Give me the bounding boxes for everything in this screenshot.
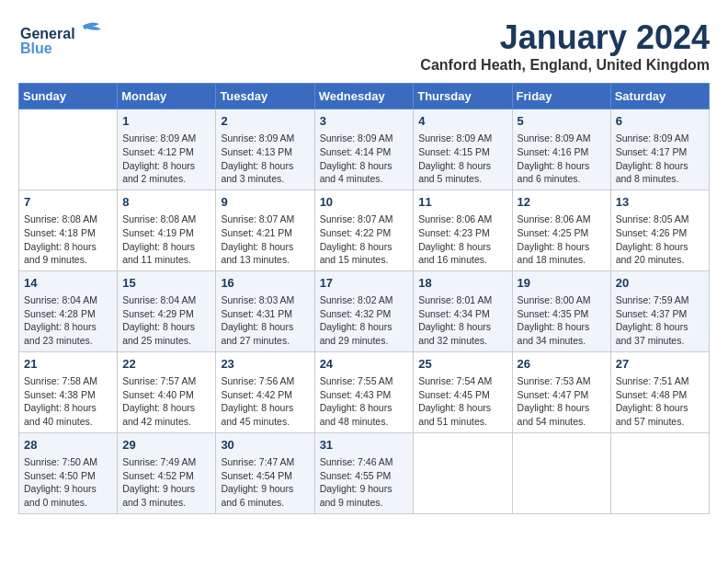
day-info: Sunrise: 7:47 AM Sunset: 4:54 PM Dayligh…	[221, 455, 309, 510]
day-cell: 13Sunrise: 8:05 AM Sunset: 4:26 PM Dayli…	[610, 190, 709, 270]
day-info: Sunrise: 7:59 AM Sunset: 4:37 PM Dayligh…	[616, 293, 704, 348]
day-number: 13	[616, 194, 704, 211]
day-cell	[414, 432, 512, 513]
day-info: Sunrise: 8:08 AM Sunset: 4:19 PM Dayligh…	[122, 213, 210, 267]
week-row-4: 21Sunrise: 7:58 AM Sunset: 4:38 PM Dayli…	[19, 351, 710, 432]
header-cell-wednesday: Wednesday	[314, 84, 414, 109]
day-info: Sunrise: 8:05 AM Sunset: 4:26 PM Dayligh…	[616, 213, 704, 267]
logo: General Blue	[18, 18, 119, 57]
day-number: 26	[518, 356, 606, 373]
day-number: 30	[221, 437, 309, 454]
header-cell-friday: Friday	[512, 84, 610, 109]
svg-text:Blue: Blue	[20, 40, 52, 56]
day-cell: 15Sunrise: 8:04 AM Sunset: 4:29 PM Dayli…	[118, 270, 216, 351]
day-number: 3	[320, 113, 409, 130]
day-info: Sunrise: 7:50 AM Sunset: 4:50 PM Dayligh…	[24, 455, 112, 510]
day-info: Sunrise: 8:09 AM Sunset: 4:17 PM Dayligh…	[616, 132, 704, 186]
day-cell: 5Sunrise: 8:09 AM Sunset: 4:16 PM Daylig…	[512, 109, 610, 190]
day-cell	[512, 432, 610, 513]
page-header: General Blue January 2024 Canford Heath,…	[18, 18, 710, 74]
day-number: 4	[418, 113, 506, 130]
day-info: Sunrise: 8:08 AM Sunset: 4:18 PM Dayligh…	[24, 213, 112, 267]
day-number: 27	[616, 356, 704, 373]
header-cell-sunday: Sunday	[19, 84, 118, 109]
day-number: 14	[24, 275, 112, 292]
day-info: Sunrise: 7:57 AM Sunset: 4:40 PM Dayligh…	[122, 374, 210, 429]
day-cell: 24Sunrise: 7:55 AM Sunset: 4:43 PM Dayli…	[314, 351, 414, 432]
day-number: 5	[518, 113, 606, 130]
location: Canford Heath, England, United Kingdom	[420, 57, 710, 74]
week-row-5: 28Sunrise: 7:50 AM Sunset: 4:50 PM Dayli…	[19, 432, 710, 513]
day-info: Sunrise: 8:09 AM Sunset: 4:16 PM Dayligh…	[518, 132, 606, 186]
day-info: Sunrise: 8:09 AM Sunset: 4:13 PM Dayligh…	[221, 132, 309, 186]
day-info: Sunrise: 8:00 AM Sunset: 4:35 PM Dayligh…	[518, 293, 606, 348]
day-info: Sunrise: 8:03 AM Sunset: 4:31 PM Dayligh…	[221, 293, 309, 348]
week-row-3: 14Sunrise: 8:04 AM Sunset: 4:28 PM Dayli…	[19, 270, 710, 351]
calendar-table: SundayMondayTuesdayWednesdayThursdayFrid…	[18, 83, 710, 514]
day-cell: 9Sunrise: 8:07 AM Sunset: 4:21 PM Daylig…	[216, 190, 314, 270]
day-number: 7	[24, 194, 112, 211]
day-cell: 28Sunrise: 7:50 AM Sunset: 4:50 PM Dayli…	[19, 432, 118, 513]
day-number: 31	[320, 437, 409, 454]
day-number: 9	[221, 194, 309, 211]
day-info: Sunrise: 8:06 AM Sunset: 4:25 PM Dayligh…	[518, 213, 606, 267]
day-cell: 11Sunrise: 8:06 AM Sunset: 4:23 PM Dayli…	[414, 190, 512, 270]
day-cell: 23Sunrise: 7:56 AM Sunset: 4:42 PM Dayli…	[216, 351, 314, 432]
day-info: Sunrise: 7:56 AM Sunset: 4:42 PM Dayligh…	[221, 374, 309, 429]
header-cell-saturday: Saturday	[610, 84, 709, 109]
day-info: Sunrise: 8:06 AM Sunset: 4:23 PM Dayligh…	[418, 213, 506, 267]
day-cell: 8Sunrise: 8:08 AM Sunset: 4:19 PM Daylig…	[118, 190, 216, 270]
header-row: SundayMondayTuesdayWednesdayThursdayFrid…	[19, 84, 710, 109]
day-cell: 31Sunrise: 7:46 AM Sunset: 4:55 PM Dayli…	[314, 432, 414, 513]
day-number: 1	[122, 113, 210, 130]
day-cell: 22Sunrise: 7:57 AM Sunset: 4:40 PM Dayli…	[118, 351, 216, 432]
day-number: 2	[221, 113, 309, 130]
day-number: 22	[122, 356, 210, 373]
day-cell: 21Sunrise: 7:58 AM Sunset: 4:38 PM Dayli…	[19, 351, 118, 432]
day-cell: 10Sunrise: 8:07 AM Sunset: 4:22 PM Dayli…	[314, 190, 414, 270]
day-info: Sunrise: 8:09 AM Sunset: 4:15 PM Dayligh…	[418, 132, 506, 186]
day-cell: 20Sunrise: 7:59 AM Sunset: 4:37 PM Dayli…	[610, 270, 709, 351]
day-info: Sunrise: 8:09 AM Sunset: 4:14 PM Dayligh…	[320, 132, 409, 186]
day-info: Sunrise: 8:01 AM Sunset: 4:34 PM Dayligh…	[418, 293, 506, 348]
svg-text:General: General	[20, 26, 75, 41]
logo-svg: General Blue	[18, 18, 119, 57]
header-cell-thursday: Thursday	[414, 84, 512, 109]
day-number: 20	[616, 275, 704, 292]
week-row-2: 7Sunrise: 8:08 AM Sunset: 4:18 PM Daylig…	[19, 190, 710, 270]
day-cell: 29Sunrise: 7:49 AM Sunset: 4:52 PM Dayli…	[118, 432, 216, 513]
header-cell-tuesday: Tuesday	[216, 84, 314, 109]
day-cell: 6Sunrise: 8:09 AM Sunset: 4:17 PM Daylig…	[610, 109, 709, 190]
day-cell: 19Sunrise: 8:00 AM Sunset: 4:35 PM Dayli…	[512, 270, 610, 351]
day-info: Sunrise: 7:49 AM Sunset: 4:52 PM Dayligh…	[122, 455, 210, 510]
day-cell: 4Sunrise: 8:09 AM Sunset: 4:15 PM Daylig…	[414, 109, 512, 190]
day-cell: 3Sunrise: 8:09 AM Sunset: 4:14 PM Daylig…	[314, 109, 414, 190]
day-cell: 16Sunrise: 8:03 AM Sunset: 4:31 PM Dayli…	[216, 270, 314, 351]
day-info: Sunrise: 8:09 AM Sunset: 4:12 PM Dayligh…	[122, 132, 210, 186]
day-number: 23	[221, 356, 309, 373]
day-info: Sunrise: 7:58 AM Sunset: 4:38 PM Dayligh…	[24, 374, 112, 429]
day-number: 6	[616, 113, 704, 130]
day-cell: 2Sunrise: 8:09 AM Sunset: 4:13 PM Daylig…	[216, 109, 314, 190]
day-number: 28	[24, 437, 112, 454]
day-number: 19	[518, 275, 606, 292]
day-cell: 14Sunrise: 8:04 AM Sunset: 4:28 PM Dayli…	[19, 270, 118, 351]
week-row-1: 1Sunrise: 8:09 AM Sunset: 4:12 PM Daylig…	[19, 109, 710, 190]
day-cell: 18Sunrise: 8:01 AM Sunset: 4:34 PM Dayli…	[414, 270, 512, 351]
day-number: 18	[418, 275, 506, 292]
day-number: 11	[418, 194, 506, 211]
day-info: Sunrise: 7:53 AM Sunset: 4:47 PM Dayligh…	[518, 374, 606, 429]
day-info: Sunrise: 8:07 AM Sunset: 4:22 PM Dayligh…	[320, 213, 409, 267]
month-title: January 2024	[420, 18, 710, 57]
day-number: 25	[418, 356, 506, 373]
day-number: 8	[122, 194, 210, 211]
day-cell: 17Sunrise: 8:02 AM Sunset: 4:32 PM Dayli…	[314, 270, 414, 351]
title-block: January 2024 Canford Heath, England, Uni…	[420, 18, 710, 74]
day-cell: 30Sunrise: 7:47 AM Sunset: 4:54 PM Dayli…	[216, 432, 314, 513]
day-cell: 27Sunrise: 7:51 AM Sunset: 4:48 PM Dayli…	[610, 351, 709, 432]
day-info: Sunrise: 8:02 AM Sunset: 4:32 PM Dayligh…	[320, 293, 409, 348]
day-number: 24	[320, 356, 409, 373]
day-info: Sunrise: 7:55 AM Sunset: 4:43 PM Dayligh…	[320, 374, 409, 429]
day-number: 12	[518, 194, 606, 211]
day-cell: 7Sunrise: 8:08 AM Sunset: 4:18 PM Daylig…	[19, 190, 118, 270]
